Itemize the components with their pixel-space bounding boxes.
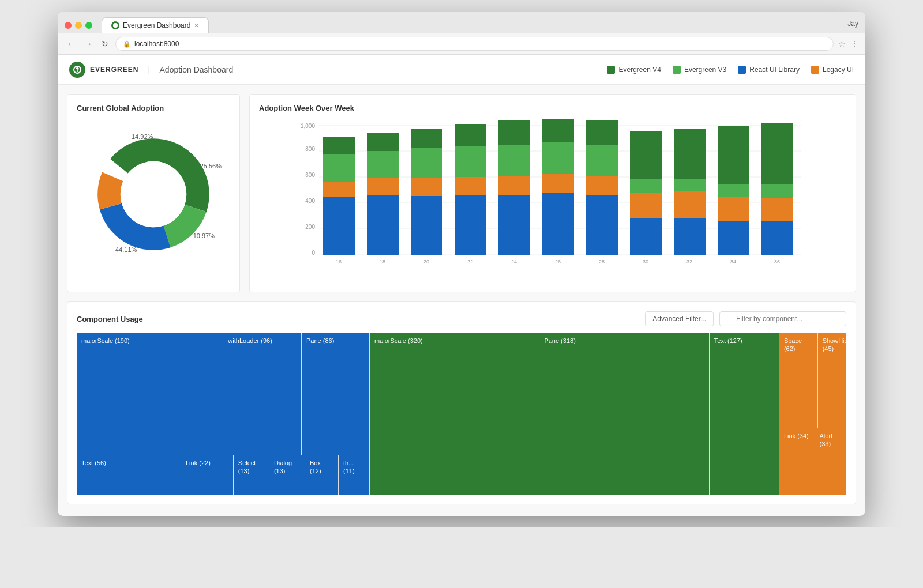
legend-color-v3 [673, 66, 681, 74]
svg-rect-66 [718, 184, 749, 197]
treemap-react-top: majorScale (190) withLoader (96) Pane (8… [77, 333, 369, 455]
svg-rect-54 [630, 218, 662, 255]
bookmark-icon[interactable]: ☆ [838, 39, 846, 48]
treemap-cell-alert[interactable]: Alert (33) [815, 428, 846, 495]
svg-rect-25 [367, 178, 399, 195]
treemap-cell-text-v4[interactable]: Text (127) [710, 333, 779, 495]
legend-label-v4: Evergreen V4 [618, 66, 661, 74]
svg-rect-49 [586, 195, 618, 255]
url-text: localhost:8000 [134, 40, 179, 48]
donut-panel: Current Global Adoption [67, 94, 240, 292]
legend-color-legacy [811, 66, 819, 74]
cell-label: Link (22) [186, 459, 211, 467]
component-panel-actions: Advanced Filter... 🔍 [645, 311, 846, 326]
treemap-cell-text-react[interactable]: Text (56) [77, 455, 181, 495]
logo-icon [69, 62, 85, 78]
browser-user: Jay [847, 20, 858, 31]
svg-text:1,000: 1,000 [301, 123, 315, 129]
main-content: Current Global Adoption [58, 85, 865, 514]
bar-panel: Adoption Week Over Week 0 200 400 600 80… [249, 94, 856, 292]
legend-label-legacy: Legacy UI [823, 66, 854, 74]
treemap-cell-box[interactable]: Box (12) [305, 455, 338, 495]
cell-label: Space (62) [784, 337, 813, 353]
reload-button[interactable]: ↻ [99, 38, 111, 50]
cell-label: Pane (318) [544, 337, 575, 345]
treemap-cell-link-react[interactable]: Link (22) [181, 455, 233, 495]
forward-button[interactable]: → [82, 38, 95, 50]
treemap-cell-space[interactable]: Space (62) [779, 333, 817, 428]
app-content: EVERGREEN | Adoption Dashboard Evergreen… [58, 55, 865, 516]
logo-area: EVERGREEN [69, 62, 138, 78]
label-v4-pct: 44.11% [115, 246, 137, 253]
menu-icon[interactable]: ⋮ [850, 39, 858, 48]
minimize-button[interactable] [75, 22, 82, 29]
address-bar[interactable]: 🔒 localhost:8000 [115, 37, 834, 51]
component-panel-header: Component Usage Advanced Filter... 🔍 [77, 311, 846, 326]
search-wrapper: 🔍 [719, 311, 846, 326]
cell-label: Alert (33) [820, 432, 844, 448]
bar-title: Adoption Week Over Week [259, 104, 846, 112]
treemap-cell-showhide[interactable]: ShowHide (45) [818, 333, 846, 428]
svg-rect-27 [367, 133, 399, 151]
svg-rect-56 [630, 179, 662, 193]
svg-rect-20 [323, 182, 355, 197]
active-tab[interactable]: Evergreen Dashboard ✕ [102, 17, 209, 33]
treemap-cell-select[interactable]: Select (13) [234, 455, 269, 495]
treemap-cell-dialog[interactable]: Dialog (13) [269, 455, 305, 495]
svg-rect-45 [542, 174, 574, 193]
cell-label: th... (11) [343, 459, 365, 476]
svg-text:30: 30 [643, 259, 648, 265]
cell-label: Text (127) [714, 337, 742, 345]
legend-item-react: React UI Library [738, 66, 800, 74]
back-button[interactable]: ← [65, 38, 77, 50]
svg-rect-41 [498, 145, 530, 176]
svg-text:36: 36 [774, 259, 780, 265]
cell-label: ShowHide (45) [823, 337, 846, 353]
svg-rect-67 [718, 126, 749, 184]
browser-window: Evergreen Dashboard ✕ Jay ← → ↻ 🔒 localh… [58, 12, 865, 516]
svg-text:34: 34 [730, 259, 736, 265]
svg-text:22: 22 [467, 259, 473, 265]
treemap-cell-majorscale-v4[interactable]: majorScale (320) [370, 333, 539, 495]
svg-rect-57 [630, 131, 662, 179]
cell-label: Box (12) [310, 459, 333, 476]
treemap: majorScale (190) withLoader (96) Pane (8… [77, 333, 846, 495]
legend-item-v4: Evergreen V4 [607, 66, 661, 74]
component-search-input[interactable] [719, 311, 846, 326]
svg-text:28: 28 [599, 259, 605, 265]
treemap-cell-th[interactable]: th... (11) [339, 455, 369, 495]
app-header: EVERGREEN | Adoption Dashboard Evergreen… [58, 55, 865, 85]
treemap-react-bottom: Text (56) Link (22) Select (13) Dialog (… [77, 455, 369, 495]
svg-text:16: 16 [336, 259, 342, 265]
treemap-cell-link-legacy[interactable]: Link (34) [779, 428, 815, 495]
svg-rect-37 [455, 124, 486, 146]
svg-rect-29 [411, 196, 442, 255]
close-button[interactable] [65, 22, 72, 29]
tab-favicon [111, 21, 119, 29]
svg-rect-55 [630, 193, 662, 218]
treemap-cell-pane-v4[interactable]: Pane (318) [539, 333, 708, 495]
bar-chart-area: 0 200 400 600 800 1,000 [259, 119, 846, 282]
svg-rect-40 [498, 176, 530, 195]
svg-rect-47 [542, 119, 574, 142]
component-panel: Component Usage Advanced Filter... 🔍 [67, 301, 856, 504]
legend-item-legacy: Legacy UI [811, 66, 854, 74]
cell-label: Link (34) [784, 432, 809, 440]
svg-text:600: 600 [305, 172, 315, 178]
svg-text:20: 20 [423, 259, 429, 265]
treemap-cell-withloader[interactable]: withLoader (96) [223, 333, 301, 455]
svg-rect-46 [542, 142, 574, 174]
advanced-filter-button[interactable]: Advanced Filter... [645, 311, 714, 326]
svg-text:32: 32 [686, 259, 692, 265]
svg-rect-64 [718, 221, 749, 255]
tab-close-icon[interactable]: ✕ [194, 22, 199, 29]
maximize-button[interactable] [85, 22, 92, 29]
svg-rect-24 [367, 195, 399, 255]
svg-rect-44 [542, 193, 574, 255]
label-legacy-pct: 10.97% [193, 232, 215, 239]
header-divider: | [148, 65, 150, 75]
svg-text:400: 400 [305, 198, 315, 204]
treemap-cell-pane-react[interactable]: Pane (86) [302, 333, 369, 455]
treemap-cell-majorscale-react[interactable]: majorScale (190) [77, 333, 223, 455]
svg-rect-42 [498, 120, 530, 145]
